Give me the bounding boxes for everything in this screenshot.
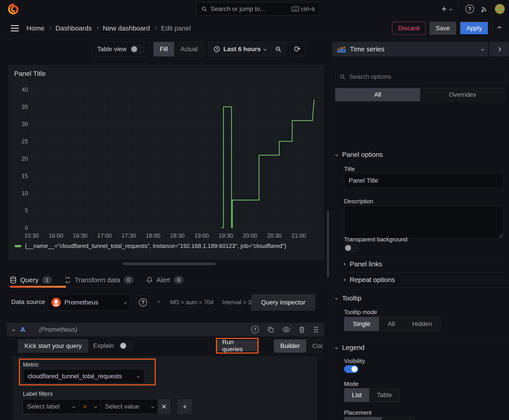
add-filter-button[interactable]: + xyxy=(178,399,192,414)
option-bottom[interactable]: Bottom xyxy=(344,417,382,420)
datasource-row: Data source Prometheus ? MD = auto = 704… xyxy=(0,294,332,310)
topbar-actions: ? xyxy=(441,0,505,18)
breadcrumb-item[interactable]: Home xyxy=(26,24,45,32)
collapse-query-icon[interactable] xyxy=(12,328,15,331)
plus-icon: + xyxy=(182,402,187,411)
discard-button[interactable]: Discard xyxy=(392,22,425,35)
option-fill[interactable]: Fill xyxy=(153,42,174,56)
tab-query[interactable]: Query 1 xyxy=(10,272,52,288)
option-code[interactable]: Code xyxy=(306,339,323,352)
breadcrumb-item[interactable]: Edit panel xyxy=(161,24,191,32)
transparent-background-toggle[interactable] xyxy=(344,244,358,252)
option-table[interactable]: Table xyxy=(369,388,400,402)
select-label-dropdown[interactable]: Select label xyxy=(23,399,79,414)
chevron-down-icon xyxy=(481,48,484,51)
repeat-options-section[interactable]: Repeat options xyxy=(343,276,395,284)
tooltip-mode-label: Tooltip mode xyxy=(344,309,377,316)
section-divider xyxy=(332,288,509,288)
expand-stats-icon[interactable] xyxy=(157,300,160,303)
operator-dropdown[interactable]: = xyxy=(79,399,101,414)
news-rss-icon[interactable] xyxy=(481,5,488,13)
hide-query-eye-icon[interactable] xyxy=(282,326,290,333)
option-builder[interactable]: Builder xyxy=(274,339,306,352)
grafana-edit-panel-page: Search or jump to... ctrl+k ? HomeDashbo… xyxy=(0,0,509,420)
run-queries-button[interactable]: Run queries xyxy=(217,340,258,351)
search-placeholder: Search or jump to... xyxy=(211,5,289,13)
option-all[interactable]: All xyxy=(335,88,420,101)
remove-filter-button[interactable]: ✕ xyxy=(158,399,170,414)
collapse-header-icon[interactable] xyxy=(497,26,501,30)
apply-button[interactable]: Apply xyxy=(460,22,488,35)
chart-legend: {__name__="cloudflared_tunnel_total_requ… xyxy=(15,242,286,249)
grafana-logo-icon[interactable] xyxy=(8,3,19,15)
save-button[interactable]: Save xyxy=(430,22,456,35)
zoom-out-button[interactable] xyxy=(271,42,286,56)
chevron-down-icon xyxy=(72,405,75,408)
toggle-options-pane-button[interactable] xyxy=(489,42,509,57)
datasource-picker[interactable]: Prometheus xyxy=(47,294,131,310)
series-color-icon[interactable] xyxy=(15,245,21,247)
delete-query-trash-icon[interactable] xyxy=(299,326,305,333)
new-menu-button[interactable] xyxy=(441,6,452,12)
menu-toggle-button[interactable] xyxy=(11,25,19,31)
query-help-button[interactable]: ? xyxy=(251,326,259,333)
duplicate-query-icon[interactable] xyxy=(267,326,274,333)
breadcrumb-bar: HomeDashboardsNew dashboardEdit panel Di… xyxy=(0,18,509,39)
tooltip-header[interactable]: Tooltip xyxy=(335,294,362,302)
query-count-badge: 1 xyxy=(42,276,52,284)
datasource-help-button[interactable]: ? xyxy=(136,295,150,310)
panel-title[interactable]: Panel Title xyxy=(14,70,46,77)
y-axis-tick: 35 xyxy=(22,104,28,110)
description-textarea[interactable] xyxy=(344,205,504,238)
table-view-toggle[interactable] xyxy=(130,45,144,53)
panel-links-section[interactable]: Panel links xyxy=(343,260,382,268)
alert-count-badge: 0 xyxy=(174,276,183,284)
resize-drag-handle[interactable] xyxy=(122,262,216,265)
time-series-chart[interactable]: 051015202530354015:3016:0016:3017:0017:3… xyxy=(11,83,319,240)
breadcrumb-item[interactable]: New dashboard xyxy=(103,24,150,32)
y-axis-tick: 30 xyxy=(22,121,28,128)
explain-toggle[interactable] xyxy=(119,342,134,350)
drag-query-grip-icon[interactable] xyxy=(313,326,319,333)
scrollbar[interactable] xyxy=(327,211,329,277)
search-options-placeholder: Search options xyxy=(349,73,391,80)
breadcrumb-item[interactable]: Dashboards xyxy=(55,24,92,32)
kick-start-query-button[interactable]: Kick start your query xyxy=(18,339,88,353)
metric-label: Metric xyxy=(23,361,39,368)
resize-grip-icon[interactable] xyxy=(499,233,503,237)
global-search-input[interactable]: Search or jump to... ctrl+k xyxy=(196,2,320,15)
option-list[interactable]: List xyxy=(344,388,369,402)
option-single[interactable]: Single xyxy=(344,317,379,331)
user-avatar[interactable] xyxy=(495,4,505,14)
legend-header[interactable]: Legend xyxy=(335,344,365,351)
metric-select[interactable]: cloudflared_tunnel_total_requests xyxy=(23,369,144,383)
tab-alert[interactable]: Alert 0 xyxy=(146,272,183,288)
query-inspector-button[interactable]: Query inspector xyxy=(251,294,315,310)
query-row-header[interactable]: A (Prometheus) ? xyxy=(7,323,324,337)
option-all[interactable]: All xyxy=(379,317,403,331)
x-axis-tick: 20:30 xyxy=(267,232,282,239)
chevron-down-icon xyxy=(264,48,266,51)
x-axis-tick: 18:30 xyxy=(170,232,184,239)
panel-actions: Discard Save Apply xyxy=(392,22,501,35)
chevron-down-icon xyxy=(137,375,140,378)
option-hidden[interactable]: Hidden xyxy=(403,317,441,331)
visualization-picker[interactable]: Time series xyxy=(332,42,488,57)
refresh-button[interactable]: ⟳ xyxy=(290,42,305,57)
option-overrides[interactable]: Overrides xyxy=(420,88,505,101)
time-range-button[interactable]: Last 6 hours xyxy=(208,42,271,56)
chevron-right-icon xyxy=(497,47,501,51)
series-legend-label[interactable]: {__name__="cloudflared_tunnel_total_requ… xyxy=(25,242,286,249)
legend-visibility-toggle[interactable] xyxy=(344,365,358,373)
query-row-actions: ? xyxy=(251,326,319,333)
panel-title-input[interactable]: Panel Title xyxy=(344,173,504,188)
search-options-input[interactable]: Search options xyxy=(335,69,505,84)
placement-label: Placement xyxy=(344,409,372,416)
tab-transform-data[interactable]: Transform data 0 xyxy=(64,272,134,288)
select-value-dropdown[interactable]: Select value xyxy=(101,399,158,414)
option-right[interactable]: Right xyxy=(382,417,414,420)
option-actual[interactable]: Actual xyxy=(174,42,204,56)
chevron-down-icon xyxy=(94,405,97,408)
panel-options-header[interactable]: Panel options xyxy=(335,151,383,158)
help-button[interactable]: ? xyxy=(465,5,474,13)
